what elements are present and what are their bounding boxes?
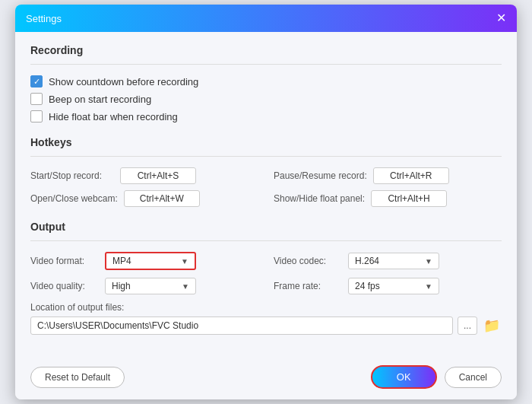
hotkey-pause-resume: Pause/Resume record:	[274, 167, 502, 184]
hotkey-input-2[interactable]	[124, 190, 200, 207]
footer-right: OK Cancel	[371, 365, 502, 389]
checkbox-label-2: Hide float bar when recording	[49, 111, 178, 122]
checkmark-0: ✓	[33, 78, 40, 86]
location-row: Location of output files: ... 📁	[30, 302, 502, 335]
checkbox-label-0: Show countdown before recording	[49, 76, 198, 87]
hotkey-input-0[interactable]	[120, 167, 196, 184]
output-grid: Video format: MP4 ▼ Video codec: H.264 ▼…	[30, 252, 502, 294]
checkbox-row-0[interactable]: ✓ Show countdown before recording	[30, 75, 502, 87]
hotkeys-section: Hotkeys Start/Stop record: Pause/Resume …	[30, 136, 502, 207]
output-label-0: Video format:	[30, 256, 99, 266]
checkbox-countdown[interactable]: ✓	[30, 75, 43, 87]
video-quality-chevron: ▼	[182, 282, 189, 291]
location-input[interactable]	[30, 317, 453, 335]
recording-divider	[30, 64, 502, 65]
output-row-video-format: Video format: MP4 ▼	[30, 252, 258, 270]
checkbox-row-1[interactable]: Beep on start recording	[30, 93, 502, 105]
video-codec-chevron: ▼	[425, 257, 432, 266]
recording-title: Recording	[30, 44, 502, 56]
hotkeys-title: Hotkeys	[30, 136, 502, 148]
video-quality-select[interactable]: High ▼	[105, 278, 196, 294]
output-label-3: Frame rate:	[274, 281, 342, 291]
output-row-video-quality: Video quality: High ▼	[30, 278, 258, 294]
hotkey-start-stop: Start/Stop record:	[30, 167, 258, 184]
folder-icon: 📁	[483, 318, 500, 333]
frame-rate-select[interactable]: 24 fps ▼	[348, 278, 439, 294]
hotkey-label-1: Pause/Resume record:	[274, 170, 367, 181]
video-codec-select[interactable]: H.264 ▼	[348, 253, 439, 269]
recording-section: Recording ✓ Show countdown before record…	[30, 44, 502, 122]
output-row-video-codec: Video codec: H.264 ▼	[274, 252, 502, 270]
frame-rate-value: 24 fps	[355, 281, 380, 291]
hotkey-label-3: Show/Hide float panel:	[274, 193, 365, 204]
hotkey-input-3[interactable]	[371, 190, 447, 207]
video-quality-value: High	[112, 281, 131, 291]
location-input-row: ... 📁	[30, 317, 502, 335]
hotkey-label-2: Open/Close webcam:	[30, 193, 118, 204]
close-button[interactable]: ✕	[496, 12, 506, 24]
checkbox-floatbar[interactable]	[30, 110, 43, 122]
checkbox-row-2[interactable]: Hide float bar when recording	[30, 110, 502, 122]
video-format-chevron: ▼	[181, 257, 188, 266]
video-codec-value: H.264	[355, 256, 379, 266]
hotkey-label-0: Start/Stop record:	[30, 170, 114, 181]
output-section: Output Video format: MP4 ▼ Video codec: …	[30, 221, 502, 335]
hotkey-input-1[interactable]	[373, 167, 449, 184]
checkbox-label-1: Beep on start recording	[49, 94, 151, 105]
video-format-select[interactable]: MP4 ▼	[105, 252, 196, 270]
dialog-title: Settings	[26, 13, 62, 24]
settings-dialog: Settings ✕ Recording ✓ Show countdown be…	[15, 5, 517, 399]
dialog-footer: Reset to Default OK Cancel	[15, 358, 517, 399]
hotkey-float-panel: Show/Hide float panel:	[274, 190, 502, 207]
output-label-2: Video quality:	[30, 281, 99, 291]
ok-button[interactable]: OK	[371, 365, 437, 389]
output-title: Output	[30, 221, 502, 233]
browse-button[interactable]: ...	[458, 317, 477, 335]
folder-icon-button[interactable]: 📁	[482, 317, 502, 334]
output-divider	[30, 240, 502, 241]
video-format-value: MP4	[112, 256, 131, 266]
settings-content: Recording ✓ Show countdown before record…	[15, 32, 517, 358]
output-row-frame-rate: Frame rate: 24 fps ▼	[274, 278, 502, 294]
cancel-button[interactable]: Cancel	[445, 367, 502, 388]
hotkey-webcam: Open/Close webcam:	[30, 190, 258, 207]
frame-rate-chevron: ▼	[425, 282, 432, 291]
location-label: Location of output files:	[30, 302, 502, 313]
hotkeys-grid: Start/Stop record: Pause/Resume record: …	[30, 167, 502, 207]
checkbox-beep[interactable]	[30, 93, 43, 105]
reset-button[interactable]: Reset to Default	[30, 367, 125, 388]
hotkeys-divider	[30, 156, 502, 157]
titlebar: Settings ✕	[15, 5, 517, 32]
output-label-1: Video codec:	[274, 256, 342, 266]
